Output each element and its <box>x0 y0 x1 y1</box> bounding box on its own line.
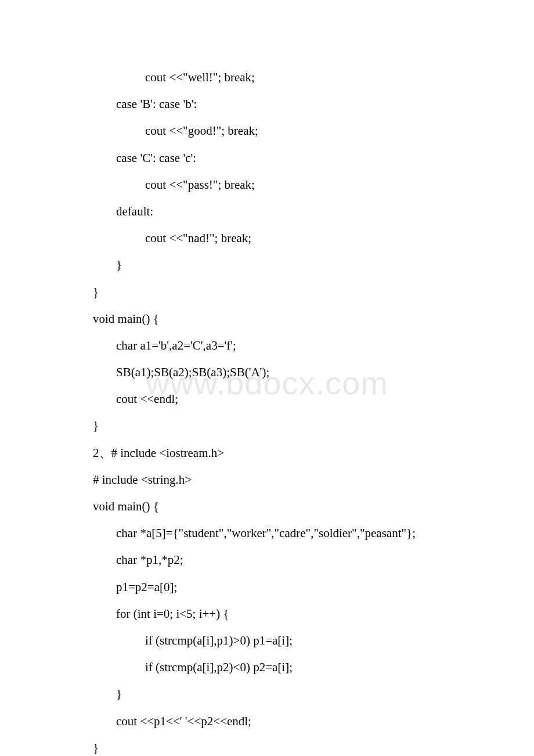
code-line: case 'B': case 'b': <box>93 91 459 117</box>
code-line: cout <<"nad!"; break; <box>93 225 459 251</box>
code-line: char *a[5]={"student","worker","cadre","… <box>93 520 459 546</box>
code-line: } <box>93 412 459 439</box>
code-line: case 'C': case 'c': <box>93 145 459 171</box>
code-line: cout <<"pass!"; break; <box>93 171 459 198</box>
code-line: } <box>93 735 459 756</box>
code-line: cout <<"good!"; break; <box>93 117 459 144</box>
code-line: cout <<endl; <box>93 386 459 412</box>
code-line: 2、# include <iostream.h> <box>93 440 459 466</box>
code-line: p1=p2=a[0]; <box>93 574 459 600</box>
code-line: default: <box>93 198 459 225</box>
code-line: void main() { <box>93 493 459 520</box>
code-line: } <box>93 251 459 278</box>
code-line: for (int i=0; i<5; i++) { <box>93 600 459 627</box>
code-line: cout <<"well!"; break; <box>93 64 459 91</box>
code-line: char a1='b',a2='C',a3='f'; <box>93 332 459 359</box>
code-line: if (strcmp(a[i],p1)>0) p1=a[i]; <box>93 627 459 654</box>
code-line: cout <<p1<<' '<<p2<<endl; <box>93 708 459 735</box>
code-line: } <box>93 279 459 305</box>
code-block: cout <<"well!"; break;case 'B': case 'b'… <box>93 64 459 756</box>
code-line: char *p1,*p2; <box>93 546 459 573</box>
code-line: if (strcmp(a[i],p2)<0) p2=a[i]; <box>93 654 459 681</box>
code-line: # include <string.h> <box>93 466 459 493</box>
code-line: } <box>93 681 459 707</box>
code-line: SB(a1);SB(a2);SB(a3);SB('A'); <box>93 359 459 386</box>
code-line: void main() { <box>93 305 459 332</box>
